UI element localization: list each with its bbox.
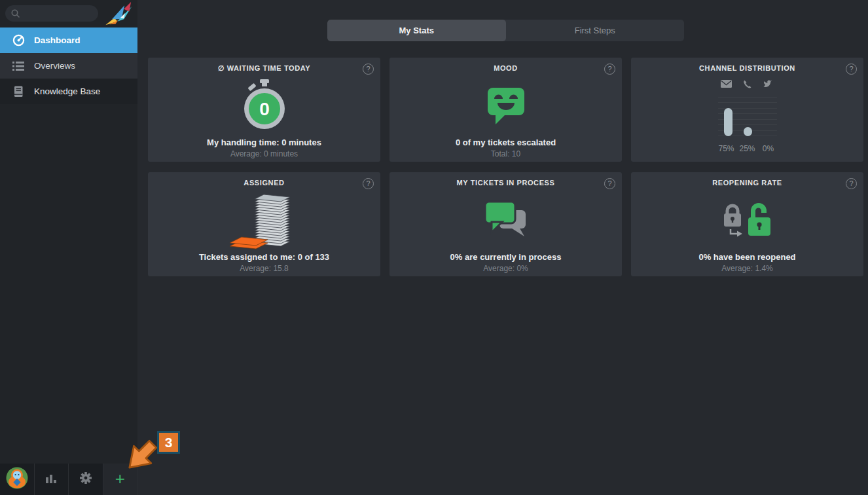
user-avatar-button[interactable] bbox=[0, 464, 35, 495]
stats-grid: ∅ WAITING TIME TODAY ? 0 My handling tim… bbox=[148, 58, 863, 276]
avatar bbox=[6, 467, 28, 492]
settings-button[interactable] bbox=[69, 464, 103, 495]
tab-first-steps[interactable]: First Steps bbox=[506, 20, 685, 41]
card-total-line: Total: 10 bbox=[389, 149, 622, 158]
sidebar-item-label: Knowledge Base bbox=[34, 86, 100, 96]
card-stat-line: 0 of my tickets escalated bbox=[389, 138, 622, 147]
zammad-logo-icon bbox=[103, 1, 135, 29]
sidebar-item-label: Dashboard bbox=[34, 35, 81, 45]
dashboard-icon bbox=[12, 34, 25, 46]
search-input[interactable] bbox=[24, 9, 89, 18]
sidebar-nav: Dashboard Overviews Knowled bbox=[0, 28, 137, 104]
card-average-line: Average: 1.4% bbox=[631, 264, 863, 273]
bar-chart-icon bbox=[45, 473, 57, 486]
reopen-locks-icon bbox=[631, 189, 863, 251]
card-title: ASSIGNED bbox=[148, 179, 380, 187]
card-title: MOOD bbox=[389, 64, 622, 72]
help-icon[interactable]: ? bbox=[363, 64, 374, 75]
bar-phone bbox=[744, 127, 752, 137]
card-average-line: Average: 0 minutes bbox=[148, 149, 380, 158]
card-average-line: Average: 0% bbox=[389, 264, 622, 273]
search-row bbox=[0, 0, 137, 28]
stats-button[interactable] bbox=[35, 464, 69, 495]
bar-email bbox=[724, 108, 732, 137]
card-title: REOPENING RATE bbox=[631, 179, 863, 187]
card-stat-line: 0% are currently in process bbox=[389, 252, 622, 262]
channel-icons-row bbox=[631, 80, 863, 89]
tab-my-stats[interactable]: My Stats bbox=[327, 20, 506, 41]
card-stat-line: 0% have been reopened bbox=[631, 252, 863, 262]
channel-bar-chart bbox=[718, 97, 777, 136]
card-tickets-in-process: MY TICKETS IN PROCESS ? 0% are currently… bbox=[389, 172, 622, 276]
card-channel-distribution: CHANNEL DISTRIBUTION ? bbox=[631, 58, 863, 162]
annotation-step-badge: 3 bbox=[157, 431, 180, 454]
help-icon[interactable]: ? bbox=[363, 178, 374, 189]
card-waiting-time: ∅ WAITING TIME TODAY ? 0 My handling tim… bbox=[148, 58, 380, 162]
knowledge-base-icon bbox=[12, 86, 25, 98]
phone-icon bbox=[737, 80, 758, 89]
help-icon[interactable]: ? bbox=[604, 64, 615, 75]
sidebar-item-knowledge-base[interactable]: Knowledge Base bbox=[0, 79, 137, 104]
gear-icon bbox=[80, 472, 92, 486]
stopwatch-value: 0 bbox=[259, 99, 270, 119]
help-icon[interactable]: ? bbox=[846, 64, 857, 75]
overviews-icon bbox=[12, 61, 25, 71]
help-icon[interactable]: ? bbox=[604, 178, 615, 189]
sidebar-item-overviews[interactable]: Overviews bbox=[0, 53, 137, 79]
card-reopening-rate: REOPENING RATE ? 0% have been reopened A bbox=[631, 172, 863, 276]
email-icon bbox=[716, 80, 737, 89]
dashboard-main: My Stats First Steps ∅ WAITING TIME TODA… bbox=[137, 0, 868, 495]
percent-email: 75% bbox=[716, 144, 737, 153]
plus-icon: + bbox=[115, 470, 125, 487]
percent-phone: 25% bbox=[737, 144, 758, 153]
sidebar-item-dashboard[interactable]: Dashboard bbox=[0, 28, 137, 53]
mood-smiley-icon bbox=[389, 75, 622, 136]
channel-percent-labels: 75% 25% 0% bbox=[631, 144, 863, 153]
card-assigned: ASSIGNED ? bbox=[148, 172, 380, 276]
card-title: ∅ WAITING TIME TODAY bbox=[148, 64, 380, 73]
percent-twitter: 0% bbox=[758, 144, 779, 153]
twitter-icon bbox=[758, 80, 779, 89]
sidebar-item-label: Overviews bbox=[34, 61, 75, 71]
card-title: CHANNEL DISTRIBUTION bbox=[631, 64, 863, 72]
taskbar: + bbox=[0, 464, 137, 495]
card-mood: MOOD ? 0 of my tickets escalated Total: … bbox=[389, 58, 622, 162]
sidebar: Dashboard Overviews Knowled bbox=[0, 0, 137, 495]
search-icon bbox=[11, 9, 20, 18]
help-icon[interactable]: ? bbox=[846, 178, 857, 189]
ticket-stack-icon bbox=[148, 189, 380, 251]
card-average-line: Average: 15.8 bbox=[148, 264, 380, 273]
card-stat-line: Tickets assigned to me: 0 of 133 bbox=[148, 252, 380, 262]
card-stat-line: My handling time: 0 minutes bbox=[148, 138, 380, 147]
card-title: MY TICKETS IN PROCESS bbox=[389, 179, 622, 187]
chat-bubbles-icon bbox=[389, 189, 622, 251]
dashboard-tabs: My Stats First Steps bbox=[327, 20, 684, 41]
search-box[interactable] bbox=[5, 5, 98, 22]
stopwatch-icon: 0 bbox=[148, 75, 380, 136]
